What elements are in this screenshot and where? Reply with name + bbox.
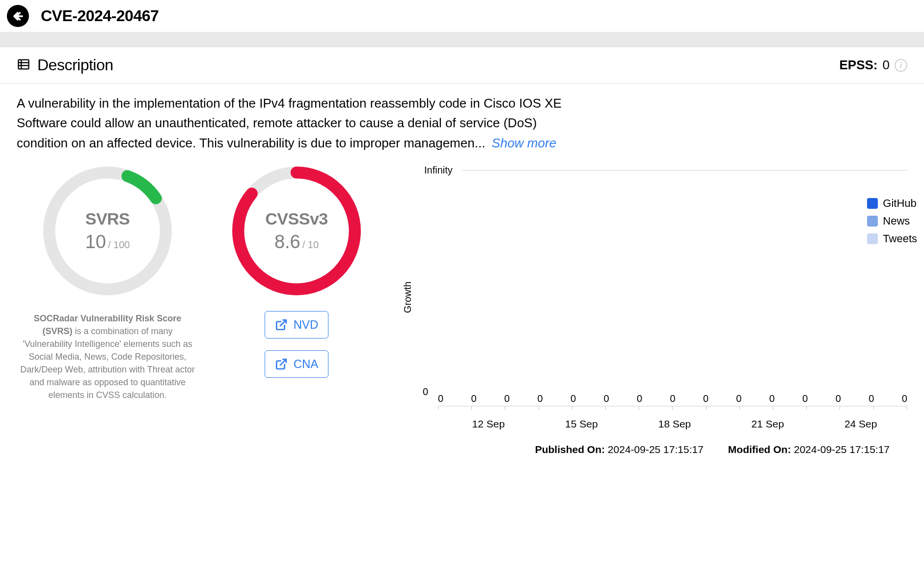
- chart-legend: GitHub News Tweets: [867, 197, 917, 245]
- cvss-value: 8.6: [274, 231, 300, 253]
- cvss-gauge-column: CVSSv3 8.6 / 10 NVD CNA: [218, 165, 375, 430]
- legend-label: GitHub: [883, 197, 916, 210]
- svg-rect-1: [19, 59, 29, 69]
- x-tick-label: 24 Sep: [814, 418, 907, 430]
- legend-item-github[interactable]: GitHub: [867, 197, 917, 210]
- growth-chart: Growth Infinity 0 000000000000000 12 Sep…: [395, 165, 907, 430]
- x-tick-label: 18 Sep: [628, 418, 721, 430]
- svrs-description: SOCRadar Vulnerability Risk Score (SVRS)…: [17, 312, 198, 402]
- chart-bar: 0: [836, 393, 841, 404]
- x-tick-label: 12 Sep: [442, 418, 535, 430]
- cvss-gauge: CVSSv3 8.6 / 10: [230, 165, 363, 297]
- arrow-left-icon: [11, 9, 25, 23]
- chart-x-axis-labels: 12 Sep15 Sep18 Sep21 Sep24 Sep: [424, 410, 907, 430]
- published-on-label: Published On:: [535, 444, 605, 455]
- description-section-header: Description EPSS: 0 i: [0, 47, 924, 84]
- chart-bar: 0: [736, 393, 741, 404]
- chart-bar: 0: [869, 393, 874, 404]
- show-more-link[interactable]: Show more: [492, 136, 557, 150]
- cvss-name: CVSSv3: [265, 209, 327, 228]
- svg-line-10: [280, 359, 286, 365]
- chart-bar: 0: [902, 393, 907, 404]
- cve-id-title: CVE-2024-20467: [41, 7, 159, 25]
- chart-bars: 000000000000000: [438, 393, 907, 406]
- svrs-desc-body: is a combination of many 'Vulnerability …: [20, 326, 195, 400]
- page-header: CVE-2024-20467: [0, 0, 924, 32]
- chart-bar: 0: [571, 393, 576, 404]
- legend-swatch-icon: [867, 233, 878, 244]
- svrs-value: 10: [85, 231, 106, 253]
- svg-line-9: [280, 320, 286, 326]
- external-link-icon: [275, 318, 288, 331]
- epss-label: EPSS:: [840, 57, 878, 73]
- nvd-link-button[interactable]: NVD: [265, 311, 328, 339]
- modified-on-value: 2024-09-25 17:15:17: [794, 444, 890, 455]
- legend-label: News: [883, 215, 910, 227]
- x-tick-label: 15 Sep: [535, 418, 628, 430]
- epss-value: 0: [883, 57, 890, 73]
- legend-label: Tweets: [883, 232, 917, 245]
- chart-bar: 0: [603, 393, 609, 404]
- chart-gridline-top: [462, 170, 907, 170]
- footer-timestamps: Published On: 2024-09-25 17:15:17 Modifi…: [0, 430, 924, 460]
- chart-y-bottom-label: 0: [400, 386, 428, 410]
- chart-y-top-label: Infinity: [424, 165, 453, 176]
- info-icon[interactable]: i: [895, 59, 907, 72]
- chart-bar: 0: [471, 393, 476, 404]
- chart-y-axis-label: Growth: [402, 282, 413, 313]
- chart-bar: 0: [438, 393, 443, 404]
- svrs-gauge-column: SVRS 10 / 100 SOCRadar Vulnerability Ris…: [17, 165, 198, 430]
- legend-item-news[interactable]: News: [867, 215, 917, 227]
- legend-swatch-icon: [867, 198, 878, 209]
- chart-bar: 0: [802, 393, 808, 404]
- separator-bar: [0, 32, 924, 47]
- epss-score: EPSS: 0 i: [840, 57, 908, 73]
- legend-swatch-icon: [867, 216, 878, 227]
- published-on-value: 2024-09-25 17:15:17: [608, 444, 704, 455]
- chart-bar: 0: [703, 393, 708, 404]
- legend-item-tweets[interactable]: Tweets: [867, 232, 917, 245]
- chart-bar: 0: [504, 393, 510, 404]
- chart-bar: 0: [537, 393, 543, 404]
- svrs-name: SVRS: [85, 209, 130, 228]
- chart-bar: 0: [637, 393, 642, 404]
- x-tick-label: 21 Sep: [721, 418, 815, 430]
- svrs-max: / 100: [108, 239, 130, 251]
- chart-bar: 0: [670, 393, 675, 404]
- cna-link-button[interactable]: CNA: [265, 350, 328, 378]
- section-title: Description: [37, 56, 113, 74]
- nvd-label: NVD: [294, 318, 319, 332]
- modified-on-label: Modified On:: [728, 444, 791, 455]
- cvss-max: / 10: [302, 239, 319, 251]
- vulnerability-description: A vulnerability in the implementation of…: [0, 84, 589, 165]
- back-button[interactable]: [7, 5, 29, 27]
- chart-bar: 0: [769, 393, 775, 404]
- external-link-icon: [275, 358, 288, 370]
- cna-label: CNA: [294, 357, 319, 371]
- list-icon: [17, 57, 30, 73]
- svrs-gauge: SVRS 10 / 100: [41, 165, 174, 297]
- description-body: A vulnerability in the implementation of…: [17, 96, 562, 150]
